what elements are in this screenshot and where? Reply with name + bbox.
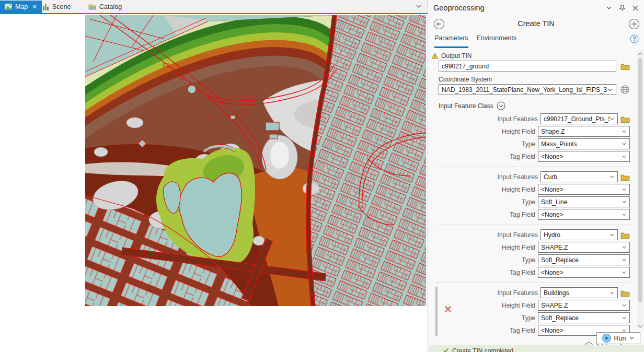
tab-map-label: Map <box>15 3 28 10</box>
pane-tabs: Parameters Environments ? <box>434 34 644 48</box>
globe-icon[interactable] <box>620 85 629 94</box>
type-combo-2[interactable]: Soft_Line <box>538 196 630 207</box>
group-selection-bar <box>435 287 438 336</box>
tag-field-label: Tag Field <box>510 211 535 218</box>
height-field-label: Height Field <box>502 186 535 193</box>
height-field-label: Height Field <box>502 244 535 251</box>
success-check-icon <box>443 347 449 352</box>
height-field-combo-2[interactable]: <None> <box>538 184 630 195</box>
type-label: Type <box>522 256 535 264</box>
tag-field-combo-3[interactable]: <None> <box>538 267 630 278</box>
geoprocessing-pane: Geoprocessing Create TIN Par <box>428 0 644 352</box>
input-feature-class-label: Input Feature Class <box>439 102 493 110</box>
warning-icon <box>431 53 439 59</box>
chevron-down-icon <box>622 154 627 159</box>
browse-folder-icon[interactable] <box>620 289 630 297</box>
tag-field-combo-2[interactable]: <None> <box>538 209 630 220</box>
input-features-combo-2[interactable]: Curb <box>540 171 618 182</box>
group-separator <box>436 225 630 225</box>
pane-menu-chevron-down-icon[interactable] <box>605 4 613 11</box>
map-viewport[interactable] <box>0 15 428 352</box>
tab-catalog-label: Catalog <box>99 3 122 10</box>
tab-scene-label: Scene <box>52 3 71 10</box>
type-label: Type <box>522 198 535 206</box>
scene-icon <box>42 4 49 10</box>
chevron-down-icon <box>622 129 627 134</box>
catalog-icon <box>88 4 96 10</box>
pane-title: Geoprocessing <box>433 4 605 12</box>
chevron-down-icon <box>610 174 615 180</box>
scroll-down-arrow[interactable] <box>637 323 643 330</box>
height-field-combo-1[interactable]: Shape.Z <box>538 126 630 137</box>
input-group-4: Input Features Buildings Height Field SH… <box>428 285 637 338</box>
input-features-label: Input Features <box>498 115 538 123</box>
run-options-chevron-icon[interactable] <box>629 335 635 341</box>
tool-header: Create TIN <box>428 16 644 32</box>
coordinate-system-label: Coordinate System <box>439 76 492 83</box>
chevron-down-icon <box>622 245 627 250</box>
map-thumbnail-icon <box>5 4 12 10</box>
browse-folder-icon[interactable] <box>620 63 630 70</box>
arcgis-pro-window: Map ✕ Scene Catalog <box>0 0 644 352</box>
chevron-down-icon <box>622 200 627 205</box>
scroll-up-arrow[interactable] <box>637 50 643 57</box>
chevron-down-icon <box>622 212 627 217</box>
tag-field-label: Tag Field <box>510 153 535 160</box>
tab-parameters[interactable]: Parameters <box>434 34 468 48</box>
collapse-section-icon[interactable] <box>497 101 505 110</box>
input-features-label: Input Features <box>498 173 538 181</box>
type-label: Type <box>522 314 535 322</box>
chevron-down-icon <box>622 303 627 308</box>
type-combo-4[interactable]: Soft_Replace <box>538 312 630 323</box>
group-separator <box>436 167 630 167</box>
tab-strip-chevron-down-icon[interactable] <box>415 3 422 10</box>
pane-header: Geoprocessing <box>428 0 644 16</box>
run-play-icon <box>602 334 611 343</box>
pane-scrollbar[interactable] <box>637 50 643 330</box>
pane-pin-icon[interactable] <box>619 4 626 11</box>
add-tool-button[interactable] <box>628 18 640 30</box>
run-label: Run <box>614 335 626 342</box>
status-bar[interactable]: Create TIN completed <box>429 345 644 352</box>
chevron-down-icon <box>607 87 613 93</box>
input-group-3: Input Features Hydro Height Field SHAPE.… <box>428 227 637 280</box>
svg-text:?: ? <box>632 36 636 42</box>
type-combo-1[interactable]: Mass_Points <box>538 138 630 149</box>
remove-group-icon[interactable] <box>445 306 451 312</box>
tab-map[interactable]: Map ✕ <box>0 1 42 13</box>
browse-folder-icon[interactable] <box>620 173 630 181</box>
height-field-label: Height Field <box>502 302 535 309</box>
browse-folder-icon[interactable] <box>620 231 630 239</box>
pane-close-icon[interactable] <box>632 5 639 11</box>
input-features-label: Input Features <box>498 231 538 239</box>
type-label: Type <box>522 140 535 148</box>
input-group-1: Input Features c990217_Ground_Pts_5_l He… <box>428 111 637 164</box>
help-icon[interactable]: ? <box>630 34 639 43</box>
input-group-2: Input Features Curb Height Field <None> … <box>428 169 637 222</box>
chevron-down-icon <box>610 232 615 238</box>
height-field-combo-3[interactable]: SHAPE.Z <box>538 242 630 253</box>
output-tin-input[interactable] <box>439 61 616 72</box>
height-field-label: Height Field <box>502 128 535 135</box>
chevron-down-icon <box>622 257 627 263</box>
chevron-down-icon <box>610 116 615 122</box>
document-tab-strip: Map ✕ Scene Catalog <box>0 0 428 14</box>
map-view-tin-render[interactable] <box>85 15 426 306</box>
browse-folder-icon[interactable] <box>620 115 630 123</box>
run-button[interactable]: Run <box>596 332 640 344</box>
input-features-combo-1[interactable]: c990217_Ground_Pts_5_l <box>540 113 618 124</box>
input-features-combo-4[interactable]: Buildings <box>540 287 618 298</box>
group-separator <box>436 283 630 283</box>
coordinate-system-combo[interactable]: NAD_1983_2011_StatePlane_New_York_Long_I… <box>439 84 616 95</box>
height-field-combo-4[interactable]: SHAPE.Z <box>538 300 630 311</box>
input-features-combo-3[interactable]: Hydro <box>540 229 618 240</box>
type-combo-3[interactable]: Soft_Replace <box>538 254 630 265</box>
tag-field-combo-1[interactable]: <None> <box>538 151 630 162</box>
tab-map-close-icon[interactable]: ✕ <box>32 3 37 10</box>
tab-scene[interactable]: Scene <box>38 1 75 13</box>
chevron-down-icon <box>622 270 627 275</box>
tab-catalog[interactable]: Catalog <box>84 1 126 13</box>
tab-environments[interactable]: Environments <box>477 34 516 48</box>
chevron-down-icon <box>622 187 627 192</box>
scrollbar-thumb[interactable] <box>638 58 642 302</box>
